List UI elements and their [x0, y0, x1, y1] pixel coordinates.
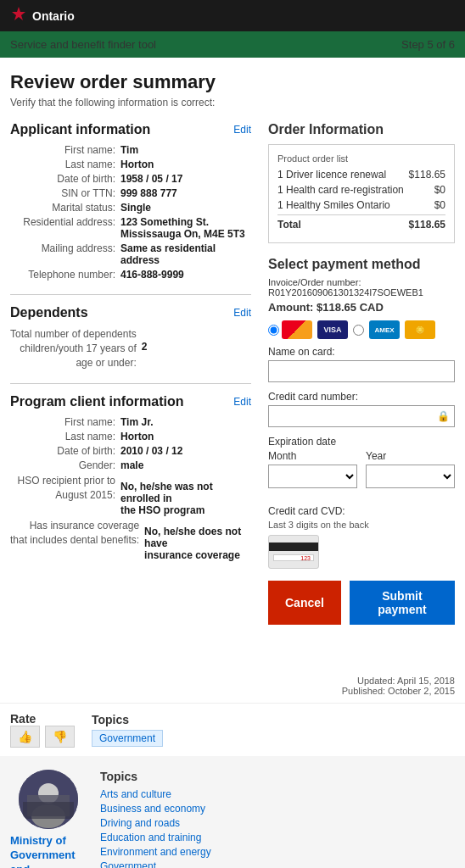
- product-order-box: Product order list 1 Driver licence rene…: [268, 144, 455, 243]
- applicant-mailing-label: Mailing address:: [10, 242, 120, 266]
- updated-date: Updated: April 15, 2018: [10, 676, 455, 686]
- applicant-firstname-value: Tim: [120, 144, 138, 156]
- amount-value: $118.65 CAD: [317, 301, 384, 314]
- order-item-1: 1 Driver licence renewal $118.65: [277, 169, 445, 181]
- cancel-button[interactable]: Cancel: [268, 581, 341, 625]
- topic-education[interactable]: Education and training: [100, 832, 455, 843]
- dependents-edit-link[interactable]: Edit: [233, 307, 251, 319]
- client-hso-label: HSO recipient prior toAugust 2015:: [10, 474, 120, 516]
- applicant-firstname-label: First name:: [10, 144, 120, 156]
- footer: Ministry of Government and Consumer Serv…: [0, 756, 465, 868]
- radio-amex[interactable]: [353, 325, 364, 336]
- order-item-1-price: $118.65: [409, 169, 445, 181]
- mastercard-icon: [282, 320, 312, 339]
- applicant-phone-row: Telephone number: 416-888-9999: [10, 269, 251, 281]
- applicant-edit-link[interactable]: Edit: [233, 124, 251, 136]
- month-group: Month 010203 040506 070809 101112: [268, 450, 357, 488]
- ontario-logo: Ontario: [10, 5, 75, 26]
- name-on-card-group: Name on card:: [268, 346, 455, 382]
- lock-icon: 🔒: [437, 410, 450, 422]
- dependents-count-row: Total number of dependentschildren/youth…: [10, 327, 251, 370]
- cvd-label: Credit card CVD:: [268, 505, 455, 517]
- submit-payment-button[interactable]: Submit payment: [350, 581, 455, 625]
- cvd-signature-strip: 123: [273, 554, 314, 561]
- applicant-lastname-row: Last name: Horton: [10, 159, 251, 170]
- year-group: Year 201820192020 202120222023: [366, 450, 455, 488]
- footer-topics-title: Topics: [100, 770, 455, 783]
- footer-logo-area: Ministry of Government and Consumer Serv…: [10, 770, 87, 868]
- client-hso-row: HSO recipient prior toAugust 2015: No, h…: [10, 474, 251, 516]
- client-firstname-row: First name: Tim Jr.: [10, 416, 251, 428]
- topic-government[interactable]: Government: [100, 860, 455, 868]
- radio-amex-input[interactable]: [353, 325, 364, 336]
- client-insurance-label: Has insurance coveragethat includes dent…: [10, 519, 144, 561]
- cvd-card-image: 123: [268, 535, 319, 569]
- topic-business[interactable]: Business and economy: [100, 803, 455, 815]
- cvd-digits: 123: [300, 555, 311, 561]
- order-info-section: Order Information Product order list 1 D…: [268, 122, 455, 243]
- published-date: Published: October 2, 2015: [10, 686, 455, 696]
- radio-mastercard[interactable]: [268, 320, 312, 339]
- applicant-phone-value: 416-888-9999: [120, 269, 184, 281]
- applicant-marital-row: Marital status: Single: [10, 202, 251, 214]
- year-select[interactable]: 201820192020 202120222023: [366, 465, 455, 488]
- right-column: Order Information Product order list 1 D…: [268, 122, 455, 638]
- client-lastname-label: Last name:: [10, 431, 120, 442]
- dates-section: Updated: April 15, 2018 Published: Octob…: [0, 669, 465, 703]
- order-item-3-price: $0: [434, 199, 445, 211]
- client-gender-value: male: [120, 459, 143, 471]
- invoice-number-value: R01Y201609061301324I7SOEWEB1: [268, 287, 423, 298]
- order-total-row: Total $118.65: [277, 214, 445, 231]
- program-client-edit-link[interactable]: Edit: [233, 396, 251, 408]
- applicant-lastname-value: Horton: [120, 159, 154, 170]
- amex-icon: AMEX: [369, 320, 400, 339]
- ontario-name: Ontario: [32, 9, 75, 23]
- order-item-2-name: 1 Health card re-registration: [277, 184, 404, 196]
- verify-text: Verify that the following information is…: [10, 97, 455, 108]
- visa-icon: VISA: [317, 320, 348, 339]
- applicant-dob-row: Date of birth: 1958 / 05 / 17: [10, 173, 251, 185]
- client-dob-label: Date of birth:: [10, 445, 120, 457]
- topic-driving[interactable]: Driving and roads: [100, 817, 455, 829]
- name-on-card-input[interactable]: [268, 360, 455, 382]
- radio-mastercard-input[interactable]: [268, 325, 279, 336]
- two-col-layout: Applicant information Edit First name: T…: [10, 122, 455, 638]
- left-column: Applicant information Edit First name: T…: [10, 122, 251, 638]
- applicant-marital-label: Marital status:: [10, 202, 120, 214]
- year-label: Year: [366, 450, 455, 462]
- credit-card-number-label: Credit card number:: [268, 391, 455, 403]
- topic-environment[interactable]: Environment and energy: [100, 846, 455, 858]
- topic-arts[interactable]: Arts and culture: [100, 788, 455, 800]
- svg-marker-0: [12, 7, 25, 20]
- month-select[interactable]: 010203 040506 070809 101112: [268, 465, 357, 488]
- client-lastname-row: Last name: Horton: [10, 431, 251, 442]
- client-gender-row: Gender: male: [10, 459, 251, 471]
- order-item-3: 1 Healthy Smiles Ontario $0: [277, 199, 445, 211]
- applicant-dob-label: Date of birth:: [10, 173, 120, 185]
- cvd-stripe: [269, 542, 318, 551]
- client-firstname-value: Tim Jr.: [120, 416, 153, 428]
- thumbs-up-button[interactable]: 👍: [10, 726, 40, 748]
- client-dob-row: Date of birth: 2010 / 03 / 12: [10, 445, 251, 457]
- expiration-group: Expiration date Month 010203 040506 0708…: [268, 436, 455, 497]
- footer-topics-section: Topics Arts and culture Business and eco…: [100, 770, 455, 868]
- dependents-count-label: Total number of dependentschildren/youth…: [10, 327, 142, 370]
- invoice-label: Invoice/Order number:: [268, 277, 361, 287]
- applicant-mailing-row: Mailing address: Same as residential add…: [10, 242, 251, 266]
- program-client-section-title: Program client information: [10, 394, 183, 409]
- credit-card-number-group: Credit card number: 🔒: [268, 391, 455, 427]
- top-bar: Ontario: [0, 0, 465, 31]
- client-gender-label: Gender:: [10, 459, 120, 471]
- thumbs-down-button[interactable]: 👎: [45, 726, 75, 748]
- ministry-name-link[interactable]: Ministry of Government and Consumer Serv…: [10, 834, 87, 868]
- credit-card-number-input[interactable]: [268, 405, 455, 427]
- government-tag[interactable]: Government: [92, 730, 163, 747]
- tool-title: Service and benefit finder tool: [10, 38, 156, 51]
- order-info-title: Order Information: [268, 122, 455, 137]
- card-options: VISA AMEX 🪙: [268, 320, 455, 339]
- svg-rect-5: [23, 802, 74, 819]
- expiry-row: Month 010203 040506 070809 101112 Year: [268, 450, 455, 497]
- rate-buttons: 👍 👎: [10, 726, 75, 748]
- applicant-firstname-row: First name: Tim: [10, 144, 251, 156]
- applicant-address-label: Residential address:: [10, 216, 120, 240]
